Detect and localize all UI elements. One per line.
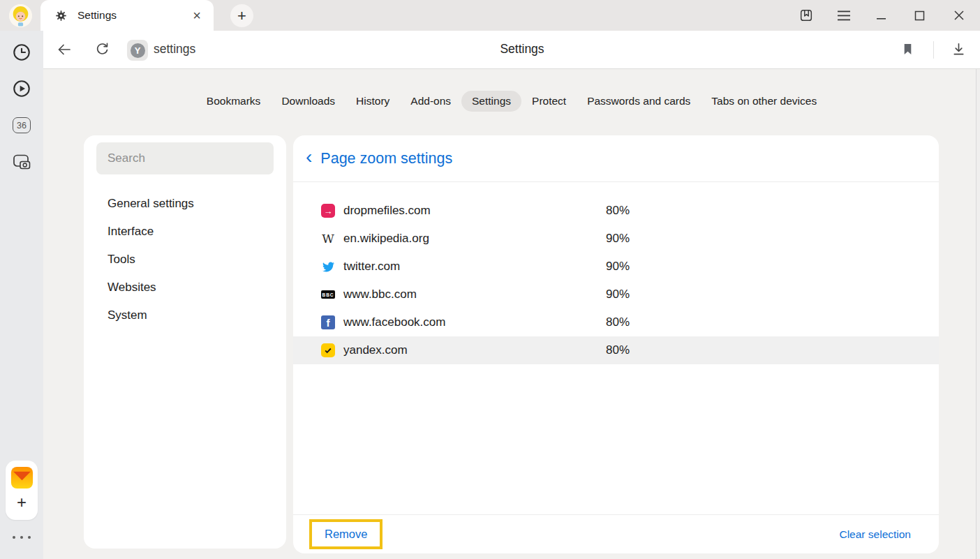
tab-count-badge: 36 bbox=[13, 117, 31, 133]
zoomed-sites-list: → dropmefiles.com 80% W en.wikipedia.org… bbox=[293, 182, 939, 364]
sidebar-item-tools[interactable]: Tools bbox=[84, 246, 286, 274]
search-input[interactable] bbox=[96, 142, 274, 174]
site-name: www.bbc.com bbox=[343, 288, 606, 301]
site-row-wikipedia[interactable]: W en.wikipedia.org 90% bbox=[293, 225, 939, 253]
scrollbar[interactable] bbox=[976, 69, 980, 559]
history-button[interactable] bbox=[0, 43, 43, 62]
minimize-button[interactable] bbox=[876, 0, 887, 31]
yandex-mail-icon bbox=[10, 466, 34, 489]
reload-button[interactable] bbox=[94, 41, 110, 57]
site-zoom-value: 80% bbox=[606, 343, 630, 357]
bookmark-button[interactable] bbox=[900, 41, 915, 57]
facebook-favicon-icon: f bbox=[321, 315, 335, 329]
downloads-button[interactable] bbox=[951, 41, 967, 57]
sidebar-item-general-settings[interactable]: General settings bbox=[84, 190, 286, 218]
clear-selection-link[interactable]: Clear selection bbox=[839, 528, 911, 541]
wikipedia-favicon-icon: W bbox=[322, 233, 334, 245]
reload-icon bbox=[94, 41, 110, 57]
sidebar-sections: General settings Interface Tools Website… bbox=[84, 190, 286, 329]
nav-passwords-and-cards[interactable]: Passwords and cards bbox=[577, 91, 701, 112]
close-window-button[interactable] bbox=[953, 0, 965, 31]
site-row-dropmefiles[interactable]: → dropmefiles.com 80% bbox=[293, 197, 939, 225]
site-row-twitter[interactable]: twitter.com 90% bbox=[293, 253, 939, 281]
nav-history[interactable]: History bbox=[346, 91, 400, 112]
yandex-logo-icon: Y bbox=[131, 43, 145, 58]
back-button[interactable] bbox=[56, 41, 73, 58]
site-row-yandex-selected[interactable]: yandex.com 80% bbox=[293, 336, 939, 364]
menu-button[interactable] bbox=[838, 0, 851, 31]
back-to-settings-link[interactable]: ‹ Page zoom settings bbox=[293, 135, 939, 182]
back-arrow-icon bbox=[56, 41, 73, 58]
yandex-check-favicon-icon bbox=[321, 343, 335, 357]
site-zoom-value: 80% bbox=[606, 204, 630, 218]
toolbar-separator bbox=[933, 41, 934, 59]
page-title: Settings bbox=[473, 42, 571, 57]
close-icon bbox=[953, 10, 965, 21]
sidebar-item-interface[interactable]: Interface bbox=[84, 218, 286, 246]
more-options-icon[interactable] bbox=[0, 536, 43, 539]
browser-tab-settings[interactable]: Settings × bbox=[40, 0, 214, 31]
page-zoom-settings-panel: ‹ Page zoom settings → dropmefiles.com 8… bbox=[293, 135, 939, 553]
side-panel-icon bbox=[799, 8, 814, 23]
site-name: yandex.com bbox=[343, 343, 606, 357]
screenshot-button[interactable] bbox=[0, 153, 43, 170]
nav-settings[interactable]: Settings bbox=[461, 91, 521, 112]
tab-counter-button[interactable]: 36 bbox=[0, 117, 43, 133]
site-zoom-value: 80% bbox=[606, 315, 630, 329]
add-app-button[interactable]: + bbox=[17, 494, 27, 511]
site-name: www.facebook.com bbox=[343, 315, 606, 329]
site-zoom-value: 90% bbox=[606, 260, 630, 274]
site-zoom-value: 90% bbox=[606, 288, 630, 301]
clock-icon bbox=[12, 43, 31, 62]
mail-app-button[interactable] bbox=[10, 466, 34, 492]
bbc-favicon-icon: BBC bbox=[321, 290, 335, 299]
maximize-icon bbox=[914, 10, 925, 21]
nav-downloads[interactable]: Downloads bbox=[271, 91, 346, 112]
toolbar: Y settings Settings bbox=[43, 31, 980, 69]
nav-bookmarks[interactable]: Bookmarks bbox=[196, 91, 272, 112]
twitter-bird-favicon-icon bbox=[322, 261, 335, 273]
settings-nav: Bookmarks Downloads History Add-ons Sett… bbox=[43, 91, 980, 112]
bookmark-icon bbox=[900, 41, 915, 57]
nav-tabs-on-other-devices[interactable]: Tabs on other devices bbox=[701, 91, 827, 112]
site-row-bbc[interactable]: BBC www.bbc.com 90% bbox=[293, 281, 939, 308]
side-panel-button[interactable] bbox=[799, 0, 814, 31]
tab-close-icon[interactable]: × bbox=[191, 8, 202, 22]
browser-window: Settings × + bbox=[0, 0, 980, 559]
profile-avatar[interactable] bbox=[9, 4, 32, 27]
site-badge[interactable]: Y bbox=[127, 40, 148, 61]
back-chevron-icon: ‹ bbox=[306, 147, 312, 167]
screenshot-camera-icon bbox=[12, 153, 31, 170]
nav-add-ons[interactable]: Add-ons bbox=[400, 91, 461, 112]
site-name: twitter.com bbox=[343, 260, 606, 274]
gear-icon bbox=[55, 10, 67, 22]
maximize-button[interactable] bbox=[914, 0, 925, 31]
address-bar[interactable]: settings bbox=[154, 42, 195, 57]
remove-button[interactable]: Remove bbox=[309, 519, 383, 549]
new-tab-button[interactable]: + bbox=[230, 4, 253, 27]
pinned-apps-panel: + bbox=[6, 461, 38, 520]
list-footer: Remove Clear selection bbox=[293, 514, 939, 553]
section-title: Page zoom settings bbox=[320, 150, 452, 167]
tab-bar: Settings × + bbox=[0, 0, 980, 31]
settings-sidebar: General settings Interface Tools Website… bbox=[84, 135, 286, 549]
minimize-icon bbox=[876, 10, 887, 21]
sidebar-item-websites[interactable]: Websites bbox=[84, 274, 286, 301]
site-zoom-value: 90% bbox=[606, 232, 630, 246]
sidebar-item-system[interactable]: System bbox=[84, 301, 286, 329]
avatar-girl-icon bbox=[9, 4, 32, 27]
play-circle-icon bbox=[12, 79, 31, 98]
site-row-facebook[interactable]: f www.facebook.com 80% bbox=[293, 308, 939, 336]
dropmefiles-favicon-icon: → bbox=[321, 204, 335, 218]
nav-protect[interactable]: Protect bbox=[521, 91, 577, 112]
site-name: en.wikipedia.org bbox=[343, 232, 606, 246]
download-icon bbox=[951, 41, 967, 57]
tab-title: Settings bbox=[77, 9, 191, 22]
site-name: dropmefiles.com bbox=[343, 204, 606, 218]
video-button[interactable] bbox=[0, 79, 43, 98]
hamburger-menu-icon bbox=[838, 10, 851, 21]
